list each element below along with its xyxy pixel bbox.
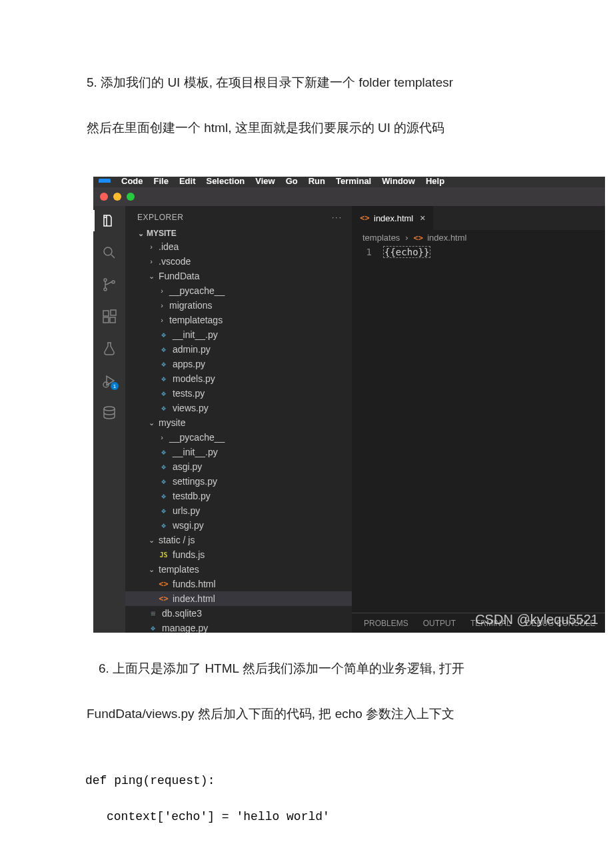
tree-label: views.py [173, 403, 209, 413]
tree-label: migrations [169, 300, 213, 311]
menu-item-selection[interactable]: Selection [206, 177, 245, 186]
tree-item---pycache--[interactable]: ›__pycache__ [125, 283, 352, 298]
source-control-icon[interactable] [101, 277, 117, 293]
tree-label: testdb.py [173, 491, 211, 501]
tree-label: admin.py [173, 344, 211, 355]
tree-item-mysite[interactable]: ⌄mysite [125, 415, 352, 430]
menu-item-help[interactable]: Help [426, 177, 444, 186]
menu-item-code[interactable]: Code [121, 177, 143, 186]
search-icon[interactable] [101, 245, 117, 261]
tree-item---pycache--[interactable]: ›__pycache__ [125, 430, 352, 445]
menu-item-file[interactable]: File [154, 177, 169, 186]
tree-item---init---py[interactable]: ❖__init__.py [125, 445, 352, 459]
chevron-icon: › [159, 287, 165, 295]
breadcrumb[interactable]: templates › <> index.html [352, 230, 605, 245]
tree-item-views-py[interactable]: ❖views.py [125, 401, 352, 415]
code-line-1: {{echo}} [384, 247, 430, 257]
tree-item-funds-js[interactable]: JSfunds.js [125, 547, 352, 562]
activity-bar: 1 [93, 206, 125, 633]
traffic-close-icon[interactable] [100, 193, 108, 201]
tree-label: funds.js [173, 549, 205, 560]
tree-item--idea[interactable]: ›.idea [125, 239, 352, 254]
tree-item-apps-py[interactable]: ❖apps.py [125, 357, 352, 371]
tree-item-urls-py[interactable]: ❖urls.py [125, 503, 352, 518]
tree-item--vscode[interactable]: ›.vscode [125, 254, 352, 269]
debug-badge: 1 [111, 382, 119, 390]
vscode-screenshot: CodeFileEditSelectionViewGoRunTerminalWi… [93, 177, 605, 633]
run-debug-icon[interactable]: 1 [101, 373, 117, 389]
tree-item-templates[interactable]: ⌄templates [125, 562, 352, 577]
tree-item-migrations[interactable]: ›migrations [125, 298, 352, 313]
tree-label: templates [159, 564, 199, 575]
file-tree: ›.idea›.vscode⌄FundData›__pycache__›migr… [125, 239, 352, 633]
menu-item-view[interactable]: View [255, 177, 275, 186]
tree-label: templatetags [169, 315, 223, 325]
tree-item-index-html[interactable]: <>index.html [125, 591, 352, 606]
svg-point-2 [104, 288, 107, 291]
tree-label: __init__.py [173, 329, 218, 340]
bottom-panel: PROBLEMSOUTPUTTERMINALDEBUG CONSOLECSDN … [352, 613, 605, 633]
explorer-icon[interactable] [101, 213, 117, 229]
tree-item-models-py[interactable]: ❖models.py [125, 371, 352, 386]
chevron-icon: ⌄ [148, 565, 155, 574]
tab-close-icon[interactable]: × [420, 213, 425, 223]
py-file-icon: ❖ [159, 491, 169, 501]
py-file-icon: ❖ [159, 345, 169, 354]
doc-step5-line2: 然后在里面创建一个 html, 这里面就是我们要展示的 UI 的源代码 [73, 112, 526, 144]
tree-item-static---js[interactable]: ⌄static / js [125, 533, 352, 547]
py-file-icon: ❖ [159, 506, 169, 515]
chevron-icon: › [148, 257, 155, 265]
menu-item-window[interactable]: Window [382, 177, 415, 186]
tree-label: FundData [159, 271, 199, 281]
py-file-icon: ❖ [159, 330, 169, 339]
app-menubar: CodeFileEditSelectionViewGoRunTerminalWi… [93, 177, 605, 187]
chevron-icon: › [159, 316, 165, 324]
tree-item-wsgi-py[interactable]: ❖wsgi.py [125, 518, 352, 533]
explorer-sidebar: EXPLORER ··· ⌄ MYSITE ›.idea›.vscode⌄Fun… [125, 206, 352, 633]
tree-item-funddata[interactable]: ⌄FundData [125, 269, 352, 283]
svg-rect-5 [103, 317, 109, 323]
panel-tab-problems[interactable]: PROBLEMS [364, 619, 408, 628]
tree-item-manage-py[interactable]: ❖manage.py [125, 621, 352, 633]
tree-label: index.html [173, 593, 215, 604]
project-root[interactable]: ⌄ MYSITE [125, 227, 352, 239]
watermark: CSDN @kylequ5521 [475, 612, 598, 627]
tree-item-funds-html[interactable]: <>funds.html [125, 577, 352, 591]
editor-pane: <> index.html × templates › <> index.htm… [352, 206, 605, 633]
tree-item-testdb-py[interactable]: ❖testdb.py [125, 489, 352, 503]
tree-label: asgi.py [173, 461, 202, 472]
extensions-icon[interactable] [101, 309, 117, 325]
tree-item-db-sqlite3[interactable]: ≡db.sqlite3 [125, 606, 352, 621]
traffic-max-icon[interactable] [127, 193, 135, 201]
menu-item-go[interactable]: Go [286, 177, 298, 186]
menu-item-run[interactable]: Run [308, 177, 325, 186]
menu-item-edit[interactable]: Edit [179, 177, 196, 186]
tree-label: .vscode [159, 256, 191, 267]
html-file-icon: <> [413, 233, 423, 243]
py-file-icon: ❖ [159, 462, 169, 471]
tree-item-asgi-py[interactable]: ❖asgi.py [125, 459, 352, 474]
tree-item---init---py[interactable]: ❖__init__.py [125, 327, 352, 342]
panel-tab-output[interactable]: OUTPUT [423, 619, 456, 628]
tree-item-settings-py[interactable]: ❖settings.py [125, 474, 352, 489]
testing-icon[interactable] [101, 341, 117, 357]
js-file-icon: JS [159, 551, 169, 559]
code-editor[interactable]: 1 {{echo}} [352, 245, 605, 613]
tree-item-tests-py[interactable]: ❖tests.py [125, 386, 352, 401]
tree-label: .idea [159, 241, 179, 252]
menu-item-terminal[interactable]: Terminal [336, 177, 371, 186]
chevron-icon: › [159, 433, 165, 441]
chevron-icon: ⌄ [148, 419, 155, 427]
traffic-min-icon[interactable] [113, 193, 121, 201]
tab-label: index.html [374, 213, 413, 223]
tree-item-admin-py[interactable]: ❖admin.py [125, 342, 352, 357]
database-icon[interactable] [101, 405, 117, 421]
tree-label: models.py [173, 373, 215, 384]
txt-file-icon: ≡ [148, 609, 158, 618]
py-file-icon: ❖ [159, 477, 169, 486]
explorer-title: EXPLORER [137, 213, 183, 222]
tab-index-html[interactable]: <> index.html × [352, 206, 433, 230]
tree-item-templatetags[interactable]: ›templatetags [125, 313, 352, 327]
explorer-more-icon[interactable]: ··· [332, 213, 342, 222]
tree-label: db.sqlite3 [162, 608, 202, 619]
